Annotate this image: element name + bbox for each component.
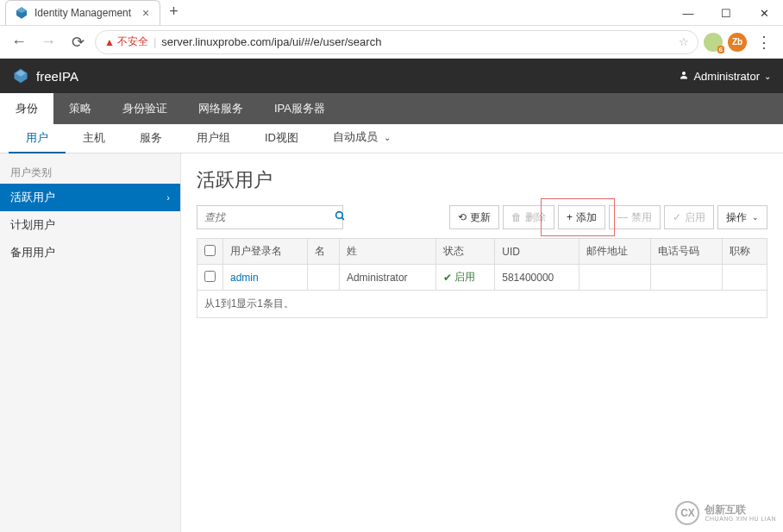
page-title: 活跃用户 [197,167,767,193]
minus-icon: — [617,211,628,223]
trash-icon: 🗑 [511,211,522,223]
select-all-header [197,239,223,265]
tab-title: Identity Management [34,7,131,19]
col-first[interactable]: 名 [308,239,340,265]
bookmark-icon[interactable]: ☆ [679,35,689,48]
window-maximize-button[interactable]: ☐ [707,1,745,25]
browser-titlebar: Identity Management × + — ☐ ✕ [0,0,783,26]
col-phone[interactable]: 电话号码 [651,239,723,265]
table-footer: 从1到1显示1条目。 [197,291,767,318]
window-close-button[interactable]: ✕ [745,1,783,25]
nav-ipaserver[interactable]: IPA服务器 [259,93,341,124]
search-box [197,205,343,229]
svg-point-5 [336,212,343,219]
window-minimize-button[interactable]: — [669,1,707,25]
status-badge: ✔启用 [443,270,475,285]
extensions: 6 Zb ⋮ [704,30,776,54]
sidebar: 用户类别 活跃用户 › 计划用户 备用用户 [0,153,181,532]
subnav-groups[interactable]: 用户组 [179,124,247,153]
disable-button[interactable]: —禁用 [609,205,661,229]
browser-tab[interactable]: Identity Management × [5,0,160,25]
brand-text: freeIPA [36,69,78,84]
chevron-down-icon: ⌄ [764,72,771,81]
col-login[interactable]: 用户登录名 [223,239,308,265]
user-menu[interactable]: Administrator ⌄ [679,70,771,83]
user-link[interactable]: admin [230,272,259,284]
cell-first [308,265,340,291]
plus-icon: + [567,211,573,223]
enable-label: 启用 [685,210,705,225]
chevron-right-icon: › [166,192,170,203]
select-all-checkbox[interactable] [204,245,216,256]
add-button[interactable]: +添加 [558,205,605,229]
watermark-text: 创新互联 CHUANG XIN HU LIAN [705,504,776,523]
watermark: CX 创新互联 CHUANG XIN HU LIAN [675,501,776,525]
user-name: Administrator [693,70,760,83]
disable-label: 禁用 [631,210,652,225]
brand[interactable]: freeIPA [12,67,78,84]
refresh-icon: ⟲ [458,211,467,223]
new-tab-button[interactable]: + [169,3,179,21]
watermark-line2: CHUANG XIN HU LIAN [705,516,776,523]
window-controls: — ☐ ✕ [669,1,783,25]
app-header: freeIPA Administrator ⌄ [0,59,783,93]
search-input[interactable] [204,211,335,223]
table-row: admin Administrator ✔启用 581400000 [197,265,767,291]
security-warning: ▲ 不安全 [104,34,148,49]
operate-label: 操作 [726,210,747,225]
cell-login: admin [223,265,308,291]
subnav-automember[interactable]: 自动成员 ⌄ [316,123,408,153]
extension-2-icon[interactable]: Zb [728,33,747,52]
col-uid[interactable]: UID [495,239,579,265]
address-bar[interactable]: ▲ 不安全 | server.linuxprobe.com/ipa/ui/#/e… [95,30,698,54]
subnav-hosts[interactable]: 主机 [66,124,122,153]
delete-button[interactable]: 🗑删除 [503,205,554,229]
col-email[interactable]: 邮件地址 [579,239,651,265]
favicon-icon [15,6,28,20]
nav-policy[interactable]: 策略 [53,93,107,124]
url-text: server.linuxprobe.com/ipa/ui/#/e/user/se… [161,35,381,48]
operate-button[interactable]: 操作⌄ [717,205,767,229]
sidebar-item-label: 计划用户 [10,217,55,233]
check-icon: ✓ [673,211,681,223]
refresh-button[interactable]: ⟲更新 [449,205,499,229]
main-content: 活跃用户 ⟲更新 🗑删除 +添加 —禁用 ✓启用 操作⌄ [181,153,783,532]
tab-close-icon[interactable]: × [142,6,149,20]
subnav-automember-label: 自动成员 [333,130,378,143]
extension-1-icon[interactable]: 6 [704,33,723,52]
enable-button[interactable]: ✓启用 [664,205,714,229]
forward-button[interactable]: → [36,30,60,54]
cell-phone [651,265,723,291]
refresh-label: 更新 [470,210,491,225]
subnav-idviews[interactable]: ID视图 [247,124,316,153]
check-icon: ✔ [443,272,452,284]
svg-line-6 [341,217,344,220]
sidebar-item-active-users[interactable]: 活跃用户 › [0,184,180,211]
subnav-users[interactable]: 用户 [9,124,66,153]
subnav-services[interactable]: 服务 [122,124,179,153]
nav-identity[interactable]: 身份 [0,93,53,124]
col-title[interactable]: 职称 [722,239,767,265]
cell-status: ✔启用 [435,265,495,291]
cell-email [579,265,651,291]
sidebar-item-label: 备用用户 [10,245,55,260]
watermark-line1: 创新互联 [705,504,776,516]
col-last[interactable]: 姓 [339,239,435,265]
col-status[interactable]: 状态 [435,239,495,265]
delete-label: 删除 [525,210,546,225]
browser-menu-icon[interactable]: ⋮ [752,30,776,54]
sidebar-item-preserved-users[interactable]: 备用用户 [0,239,180,266]
nav-network[interactable]: 网络服务 [183,93,259,124]
brand-icon [12,67,29,84]
cell-title [722,265,767,291]
sidebar-item-stage-users[interactable]: 计划用户 [0,211,180,239]
cell-last: Administrator [339,265,435,291]
security-label: 不安全 [117,34,148,49]
row-checkbox[interactable] [204,271,216,282]
search-icon[interactable] [335,210,346,224]
back-button[interactable]: ← [7,30,31,54]
nav-auth[interactable]: 身份验证 [107,93,183,124]
sidebar-category: 用户类别 [0,162,180,184]
reload-button[interactable]: ⟳ [66,30,90,54]
chevron-down-icon: ⌄ [752,213,759,222]
